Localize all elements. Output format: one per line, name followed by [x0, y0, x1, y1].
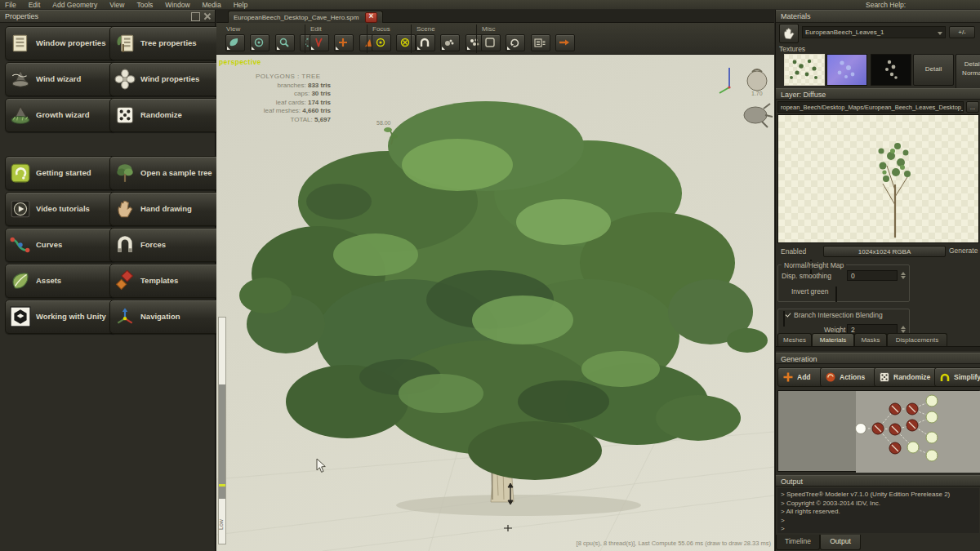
menu-media[interactable]: Media	[203, 1, 221, 9]
detail-normal-texture-button[interactable]: Detail Normal	[956, 54, 980, 91]
branch-length-value: 58.00	[376, 120, 391, 126]
wind-properties-button[interactable]: Wind properties	[109, 62, 220, 96]
edit-branch-button[interactable]	[310, 34, 329, 51]
texture-path-field[interactable]: ropean_Beech/Desktop_Maps/European_Beech…	[777, 101, 964, 113]
randomize-icon	[114, 104, 136, 126]
browse-texture-button[interactable]: ...	[966, 101, 979, 113]
camera-mode-label[interactable]: perspective	[219, 58, 261, 66]
getting-started-button[interactable]: Getting started	[5, 156, 116, 190]
tab-masks[interactable]: Masks	[854, 333, 887, 347]
menu-help[interactable]: Help	[234, 1, 247, 9]
viewport-tab-bar: EuropeanBeech_Desktop_Cave_Hero.spm	[216, 10, 774, 23]
open-sample-tree-button[interactable]: Open a sample tree	[109, 156, 220, 190]
branch-blending-checkbox[interactable]	[783, 311, 785, 327]
detail-texture-button[interactable]: Detail	[913, 54, 954, 86]
tree-properties-button[interactable]: Tree properties	[109, 26, 220, 60]
generation-randomize-button[interactable]: Randomize	[874, 367, 939, 387]
material-select[interactable]: EuropeanBeech_Leaves_1	[802, 26, 946, 38]
reset-view-button[interactable]	[506, 34, 525, 51]
materials-header: Materials	[776, 10, 980, 23]
tab-materials[interactable]: Materials	[812, 333, 854, 347]
generation-add-button[interactable]: Add	[777, 367, 825, 387]
normal-height-map-title: Normal/Height Map	[782, 261, 846, 269]
menu-tools[interactable]: Tools	[136, 1, 153, 9]
video-tutorials-button[interactable]: Video tutorials	[5, 192, 116, 226]
root-node[interactable]	[856, 424, 866, 434]
panel-splitter[interactable]	[776, 346, 980, 351]
compute-status-text: [8 cpu(s), 8 thread(s)], Last Compute 55…	[577, 540, 771, 547]
console-line: > Copyright © 2003-2014 IDV, Inc.	[781, 500, 976, 509]
lod-slider[interactable]	[218, 317, 226, 544]
wind-properties-icon	[114, 69, 136, 90]
assets-button[interactable]: Assets	[5, 264, 116, 298]
tab-timeline[interactable]: Timeline	[776, 535, 820, 550]
render-mode-button[interactable]	[225, 34, 245, 51]
menu-edit[interactable]: Edit	[29, 1, 41, 9]
hand-drawing-button[interactable]: Hand drawing	[109, 192, 220, 226]
tab-meshes[interactable]: Meshes	[777, 333, 812, 347]
screenshot-button[interactable]	[481, 34, 501, 51]
show-list-button[interactable]	[531, 34, 550, 51]
add-remove-material-button[interactable]: +/-	[949, 26, 975, 38]
curves-button[interactable]: Curves	[5, 228, 116, 262]
stats-title: POLYGONS : TREE	[256, 73, 331, 82]
float-panel-icon[interactable]	[191, 12, 200, 21]
lod-slider-tick	[219, 484, 225, 487]
close-tab-icon[interactable]	[365, 12, 377, 23]
close-panel-icon[interactable]	[203, 12, 211, 20]
zoom-button[interactable]	[275, 34, 295, 51]
forces-button[interactable]: Forces	[109, 228, 220, 262]
add-node-button[interactable]	[334, 34, 354, 51]
node-graph-svg	[778, 391, 980, 473]
layer-diffuse-header: Layer: Diffuse	[776, 88, 980, 100]
templates-button[interactable]: Templates	[109, 264, 220, 298]
generate-maps-button[interactable]: Generate M	[949, 247, 980, 255]
wind-wizard-button[interactable]: Wind wizard	[5, 62, 116, 96]
output-console: > SpeedTree® Modeler v7.1.0 (Unity Editi…	[777, 488, 979, 533]
export-button[interactable]	[555, 34, 575, 51]
tab-displacements[interactable]: Displacements	[887, 333, 947, 347]
generation-simplify-button[interactable]: Simplify	[934, 367, 980, 387]
window-properties-icon	[10, 33, 31, 54]
disp-smoothing-spinner[interactable]	[899, 270, 906, 281]
add-icon	[782, 371, 794, 383]
properties-panel-header: Properties	[0, 10, 215, 23]
diffuse-texture-thumbnail[interactable]	[784, 54, 825, 86]
tree-properties-icon	[114, 33, 136, 54]
randomize-button[interactable]: Randomize	[109, 98, 220, 132]
navigation-button[interactable]: Navigation	[109, 300, 220, 334]
orbit-camera-button[interactable]	[250, 34, 270, 51]
tab-output[interactable]: Output	[820, 535, 861, 550]
lod-slider-handle[interactable]	[219, 384, 225, 499]
menu-file[interactable]: File	[5, 1, 16, 9]
window-properties-button[interactable]: Window properties	[5, 26, 116, 60]
randomize-die-icon	[879, 371, 890, 383]
collision-object-button[interactable]	[440, 34, 460, 51]
disp-smoothing-field[interactable]: 0	[847, 270, 898, 281]
branch-blending-label: Branch Intersection Blending	[794, 311, 883, 319]
3d-viewport-canvas[interactable]: perspective POLYGONS : TREE branches: 83…	[216, 55, 774, 551]
branch-icon	[312, 37, 325, 48]
viewport-toolbar: View Edit Focus Scene	[216, 23, 774, 55]
working-with-unity-button[interactable]: Working with Unity	[5, 300, 116, 334]
console-line: > All rights reserved.	[781, 508, 976, 517]
growth-wizard-button[interactable]: Growth wizard	[5, 98, 116, 132]
opacity-texture-thumbnail[interactable]	[871, 54, 911, 86]
output-header: Output	[776, 475, 980, 487]
generation-node-graph[interactable]	[777, 390, 979, 472]
invert-green-checkbox[interactable]	[835, 287, 837, 302]
arrow-right-icon	[558, 37, 571, 48]
menu-view[interactable]: View	[109, 1, 124, 9]
material-pick-button[interactable]	[779, 24, 799, 43]
chevron-down-icon	[938, 32, 942, 35]
menu-window[interactable]: Window	[165, 1, 189, 9]
focus-selection-button[interactable]	[372, 34, 391, 51]
generation-actions-button[interactable]: Actions	[820, 367, 879, 387]
menu-add-geometry[interactable]: Add Geometry	[52, 1, 97, 9]
resolution-button[interactable]: 1024x1024 RGBA	[823, 246, 946, 257]
wind-wizard-icon	[10, 69, 31, 90]
target-dot-icon	[374, 37, 387, 48]
normal-texture-thumbnail[interactable]	[826, 54, 867, 86]
document-tab[interactable]: EuropeanBeech_Desktop_Cave_Hero.spm	[228, 11, 383, 23]
magnet-force-button[interactable]	[416, 34, 435, 51]
